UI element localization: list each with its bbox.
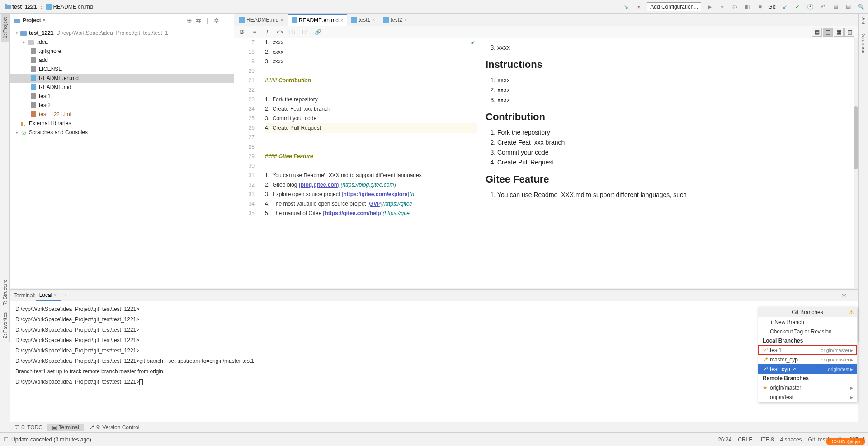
preview-view-button-2[interactable]: ▥ [844, 28, 854, 37]
tree-file-iml[interactable]: test_1221.iml [10, 110, 234, 119]
vcs-revert-icon[interactable]: ↶ [818, 2, 827, 11]
tree-file-license[interactable]: LICENSE [10, 65, 234, 74]
remote-branch-item[interactable]: ★origin/master▸ [758, 383, 857, 392]
new-branch-action[interactable]: + New Branch [758, 317, 857, 327]
warning-icon[interactable]: ⚠ [849, 309, 854, 315]
close-icon[interactable]: × [340, 18, 343, 23]
breadcrumb-file[interactable]: README.en.md [44, 3, 94, 11]
chevron-down-icon[interactable]: ▾ [43, 18, 45, 23]
remote-branch-item[interactable]: origin/test▸ [758, 392, 857, 402]
tree-file-test2[interactable]: test2 [10, 101, 234, 110]
coverage-icon[interactable]: ◴ [730, 2, 739, 11]
hide-icon[interactable]: — [849, 292, 854, 299]
project-header-title[interactable]: Project [23, 17, 41, 23]
tree-item-label: test1 [39, 93, 51, 99]
tree-file-gitignore[interactable]: .gitignore [10, 47, 234, 56]
header-down-button[interactable]: H↓ [288, 29, 297, 35]
tree-file-readme-en[interactable]: README.en.md [10, 74, 234, 83]
project-root[interactable]: ▾ test_1221 D:\cyp\WorkSpace\idea_Projec… [10, 28, 234, 38]
line-gutter[interactable]: 17181920212223242526272829303132333435 [234, 38, 262, 288]
tree-scratches[interactable]: ▸ ◎ Scratches and Consoles [10, 128, 234, 137]
terminal-title: Terminal: [14, 292, 36, 299]
preview-only-view-button[interactable]: ▦ [834, 28, 844, 37]
todo-tool-button[interactable]: ☑6: TODO [10, 424, 47, 431]
header-up-button[interactable]: H↑ [301, 29, 309, 35]
close-icon[interactable]: × [280, 17, 283, 23]
editor-only-view-button[interactable]: ▤ [812, 28, 822, 37]
expand-all-icon[interactable]: ⇆ [194, 17, 203, 24]
chevron-right-icon[interactable]: ▸ [21, 40, 27, 44]
inspection-status-icon[interactable]: ✔ [471, 40, 475, 46]
vcs-update-icon[interactable]: ↙ [780, 2, 789, 11]
chevron-down-icon[interactable]: ▾ [14, 31, 20, 35]
left-tool-stripe: 1: Project 7: Structure 2: Favorites [0, 14, 10, 342]
gear-icon[interactable]: ✲ [212, 17, 221, 24]
terminal-new-tab-button[interactable]: + [61, 290, 71, 301]
tree-item-label: .idea [36, 39, 48, 45]
file-encoding[interactable]: UTF-8 [759, 437, 774, 443]
build-icon[interactable]: ↘ [622, 2, 631, 11]
terminal-tool-button[interactable]: ▣Terminal [47, 424, 84, 431]
breadcrumb-project[interactable]: test_1221 [3, 3, 39, 11]
database-tool-button[interactable]: Database [860, 28, 867, 57]
editor-tab[interactable]: README.en.md× [288, 14, 347, 26]
chevron-right-icon[interactable]: ▸ [14, 130, 20, 135]
checkout-tag-action[interactable]: Checkout Tag or Revision... [758, 327, 857, 336]
branch-icon: ⎇ [762, 366, 768, 372]
local-branch-item[interactable]: ⎇test_cyp ↗origin/test ▸ [758, 364, 857, 374]
debug-icon[interactable]: ⌖ [717, 2, 726, 11]
editor-tab[interactable]: test1× [347, 14, 379, 26]
vcs-history-icon[interactable]: 🕘 [806, 2, 815, 11]
code-content[interactable]: 1. xxxx2. xxxx3. xxxx #### Contribution … [262, 38, 477, 288]
close-icon[interactable]: × [372, 17, 375, 23]
code-button[interactable]: <> [276, 29, 284, 35]
editor-tab[interactable]: README.md× [235, 14, 288, 26]
strikethrough-button[interactable]: ≡ [250, 29, 259, 35]
tree-external-libs[interactable]: ⫿⫿ External Libraries [10, 119, 234, 128]
local-branch-item[interactable]: ⎇test1origin/master ▸ [758, 345, 857, 355]
version-control-tool-button[interactable]: ⎇9: Version Control [84, 424, 144, 431]
split-view-button[interactable]: ◫ [823, 28, 833, 37]
tree-file-test1[interactable]: test1 [10, 92, 234, 101]
terminal-content[interactable]: D:\cyp\WorkSpace\idea_Project\git_test\t… [10, 301, 858, 425]
stop-icon[interactable]: ■ [755, 2, 764, 11]
editor-source[interactable]: ✔ 17181920212223242526272829303132333435… [234, 38, 477, 288]
locate-icon[interactable]: ⊕ [185, 17, 194, 24]
structure-tool-button[interactable]: 7: Structure [1, 276, 9, 309]
caret-position[interactable]: 26:24 [718, 437, 731, 443]
line-separator[interactable]: CRLF [738, 437, 752, 443]
local-branch-item[interactable]: ⎇master_cyporigin/master ▸ [758, 355, 857, 364]
chevron-right-icon: ▸ [850, 394, 853, 400]
git-branches-popup: Git Branches ⚠ + New Branch Checkout Tag… [758, 307, 857, 402]
statusbar-icon[interactable]: ☐ [4, 437, 9, 443]
tree-folder-idea[interactable]: ▸ .idea [10, 38, 234, 47]
link-button[interactable]: 🔗 [314, 29, 322, 35]
folder-icon [5, 4, 11, 9]
hide-icon[interactable]: — [221, 17, 230, 24]
search-everywhere-icon[interactable]: 🔍 [856, 2, 865, 11]
ant-tool-button[interactable]: Ant [860, 14, 867, 28]
scrollbar-thumb[interactable] [854, 106, 858, 169]
gear-icon[interactable]: ✲ [842, 292, 846, 299]
tree-item-label: README.en.md [39, 75, 79, 81]
bold-button[interactable]: B [238, 29, 246, 35]
close-icon[interactable]: × [54, 292, 57, 298]
vcs-commit-icon[interactable]: ✓ [793, 2, 802, 11]
tree-file-add[interactable]: add [10, 56, 234, 65]
favorites-tool-button[interactable]: 2: Favorites [1, 309, 9, 342]
project-tool-button[interactable]: 1: Project [1, 14, 9, 42]
editor-tab[interactable]: test2× [379, 14, 411, 26]
preview-scrollbar[interactable] [854, 38, 858, 288]
terminal-tab-local[interactable]: Local × [36, 290, 61, 301]
config-chevron-icon[interactable]: ▾ [634, 2, 643, 11]
italic-button[interactable]: I [263, 29, 271, 35]
project-tree[interactable]: ▾ test_1221 D:\cyp\WorkSpace\idea_Projec… [10, 27, 234, 288]
add-configuration-button[interactable]: Add Configuration... [647, 2, 701, 11]
settings-icon[interactable]: ▤ [844, 2, 853, 11]
run-icon[interactable]: ▶ [705, 2, 714, 11]
indent-setting[interactable]: 4 spaces [780, 437, 802, 443]
tree-file-readme[interactable]: README.md [10, 83, 234, 92]
profile-icon[interactable]: ◧ [743, 2, 752, 11]
project-structure-icon[interactable]: ▦ [831, 2, 840, 11]
close-icon[interactable]: × [404, 17, 407, 23]
